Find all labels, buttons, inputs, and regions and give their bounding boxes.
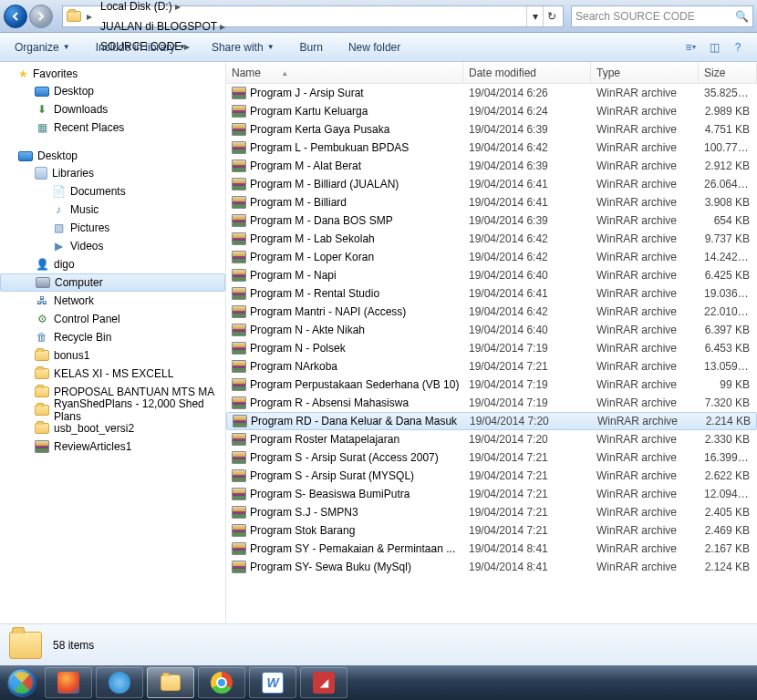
new-folder-button[interactable]: New folder: [343, 37, 406, 57]
help-button[interactable]: ?: [728, 37, 748, 57]
nav-item[interactable]: KELAS XI - MS EXCELL: [0, 365, 225, 383]
nav-item[interactable]: 🗑Recycle Bin: [0, 328, 225, 346]
column-size[interactable]: Size: [699, 62, 757, 83]
file-row[interactable]: Program M - Lab Sekolah19/04/2014 6:42Wi…: [226, 230, 757, 248]
column-date[interactable]: Date modified: [463, 62, 591, 83]
file-name: Program J - Arsip Surat: [250, 87, 364, 99]
file-row[interactable]: Program RD - Dana Keluar & Dana Masuk19/…: [226, 412, 757, 430]
share-with-button[interactable]: Share with▼: [206, 37, 280, 57]
nav-item[interactable]: RyanShedPlans - 12,000 Shed Plans: [0, 401, 225, 419]
breadcrumb-root-arrow[interactable]: ▸: [81, 6, 98, 26]
file-type: WinRAR archive: [591, 378, 699, 391]
file-row[interactable]: Program Kartu Keluarga19/04/2014 6:24Win…: [226, 102, 757, 120]
taskbar-word[interactable]: W: [249, 667, 296, 698]
nav-item[interactable]: 🖧Network: [0, 292, 225, 310]
nav-back-button[interactable]: [4, 5, 27, 28]
file-row[interactable]: Program M - Loper Koran19/04/2014 6:42Wi…: [226, 248, 757, 266]
file-row[interactable]: Program SY- Sewa Buku (MySql)19/04/2014 …: [226, 558, 757, 576]
file-row[interactable]: Program Stok Barang19/04/2014 7:21WinRAR…: [226, 521, 757, 540]
organize-button[interactable]: Organize▼: [9, 37, 76, 57]
nav-libraries[interactable]: Libraries: [0, 164, 225, 182]
preview-pane-button[interactable]: ◫: [704, 37, 724, 57]
search-input[interactable]: Search SOURCE CODE 🔍: [571, 5, 753, 27]
nav-favorites[interactable]: ★Favorites: [0, 66, 225, 82]
file-name: Program N - Akte Nikah: [250, 324, 365, 336]
main-area: ★FavoritesDesktop⬇Downloads▦Recent Place…: [0, 62, 757, 623]
file-row[interactable]: Program N - Polsek19/04/2014 7:19WinRAR …: [226, 339, 757, 357]
file-type: WinRAR archive: [591, 433, 699, 446]
rar-icon: [233, 415, 247, 427]
file-type: WinRAR archive: [591, 506, 699, 519]
file-name: Program M - Lab Sekolah: [250, 232, 375, 245]
file-row[interactable]: Program NArkoba19/04/2014 7:21WinRAR arc…: [226, 357, 757, 376]
navigation-pane[interactable]: ★FavoritesDesktop⬇Downloads▦Recent Place…: [0, 62, 226, 623]
file-row[interactable]: Program Kerta Gaya Pusaka19/04/2014 6:39…: [226, 120, 757, 139]
file-row[interactable]: Program Mantri - NAPI (Access)19/04/2014…: [226, 303, 757, 321]
file-row[interactable]: Program SY - Pemakaian & Permintaan ...1…: [226, 540, 757, 558]
file-row[interactable]: Program M - Billiard19/04/2014 6:41WinRA…: [226, 193, 757, 211]
file-list[interactable]: Name▴ Date modified Type Size Program J …: [226, 62, 757, 623]
recycle-bin-icon: 🗑: [35, 330, 49, 345]
file-date: 19/04/2014 6:42: [463, 305, 591, 318]
file-type: WinRAR archive: [591, 160, 699, 172]
taskbar-ie[interactable]: [96, 667, 143, 698]
file-row[interactable]: Program Roster Matapelajaran19/04/2014 7…: [226, 430, 757, 448]
file-size: 22.010 KB: [699, 305, 755, 318]
nav-item[interactable]: ▦Recent Places: [0, 118, 225, 137]
file-row[interactable]: Program M - Alat Berat19/04/2014 6:39Win…: [226, 157, 757, 175]
nav-item[interactable]: Desktop: [0, 82, 225, 100]
file-date: 19/04/2014 8:41: [463, 542, 591, 555]
address-refresh[interactable]: ↻: [543, 6, 559, 26]
nav-item[interactable]: Computer: [0, 273, 225, 292]
file-size: 654 KB: [699, 214, 755, 227]
file-row[interactable]: Program Perpustakaan Sederhana (VB 10)19…: [226, 376, 757, 394]
file-row[interactable]: Program M - Rental Studio19/04/2014 6:41…: [226, 284, 757, 303]
column-name[interactable]: Name▴: [226, 62, 463, 83]
taskbar-explorer[interactable]: [147, 667, 194, 698]
taskbar-app[interactable]: ◢: [300, 667, 347, 698]
file-date: 19/04/2014 7:20: [463, 433, 591, 446]
breadcrumb-segment[interactable]: JUALAN di BLOGSPOT▸: [98, 16, 231, 36]
nav-item[interactable]: ♪Music: [0, 201, 225, 219]
view-options-button[interactable]: ≡▾: [680, 37, 700, 57]
column-type[interactable]: Type: [591, 62, 699, 83]
file-row[interactable]: Program S - Arsip Surat (Access 2007)19/…: [226, 448, 757, 467]
nav-forward-button[interactable]: [29, 5, 53, 28]
file-row[interactable]: Program M - Napi19/04/2014 6:40WinRAR ar…: [226, 266, 757, 284]
nav-item[interactable]: 👤digo: [0, 255, 225, 273]
taskbar-firefox[interactable]: [45, 667, 92, 698]
nav-item[interactable]: ⬇Downloads: [0, 100, 225, 118]
start-button[interactable]: [2, 667, 42, 698]
file-name: Program SY- Sewa Buku (MySql): [250, 561, 411, 573]
file-date: 19/04/2014 7:21: [463, 469, 591, 482]
file-size: 2.124 KB: [699, 561, 755, 573]
rar-icon: [232, 561, 246, 573]
file-type: WinRAR archive: [591, 561, 699, 573]
libraries-icon: [35, 167, 47, 180]
file-row[interactable]: Program S - Arsip Surat (MYSQL)19/04/201…: [226, 467, 757, 485]
file-row[interactable]: Program J - Arsip Surat19/04/2014 6:26Wi…: [226, 84, 757, 102]
address-bar[interactable]: ▸ Computer▸Local Disk (D:)▸JUALAN di BLO…: [62, 5, 564, 27]
nav-item[interactable]: ▶Videos: [0, 237, 225, 255]
file-row[interactable]: Program N - Akte Nikah19/04/2014 6:40Win…: [226, 321, 757, 339]
nav-item[interactable]: bonus1: [0, 346, 225, 365]
nav-item[interactable]: ▧Pictures: [0, 219, 225, 237]
file-row[interactable]: Program S.J - SMPN319/04/2014 7:21WinRAR…: [226, 503, 757, 521]
file-row[interactable]: Program S- Beasiswa BumiPutra19/04/2014 …: [226, 485, 757, 503]
burn-button[interactable]: Burn: [295, 37, 328, 57]
file-row[interactable]: Program R - Absensi Mahasiswa19/04/2014 …: [226, 394, 757, 412]
file-row[interactable]: Program L - Pembukuan BPDAS19/04/2014 6:…: [226, 139, 757, 157]
nav-item[interactable]: 📄Documents: [0, 182, 225, 201]
address-dropdown[interactable]: ▾: [526, 6, 543, 26]
taskbar-chrome[interactable]: [198, 667, 245, 698]
nav-item[interactable]: ⚙Control Panel: [0, 310, 225, 328]
folder-icon: [35, 350, 49, 361]
nav-item[interactable]: ReviewArticles1: [0, 438, 225, 456]
file-size: 2.167 KB: [699, 542, 755, 555]
breadcrumb-segment[interactable]: Local Disk (D:)▸: [98, 0, 231, 16]
nav-desktop[interactable]: Desktop: [0, 148, 225, 164]
rar-icon: [232, 342, 246, 355]
include-in-library-button[interactable]: Include in library▼: [90, 37, 192, 57]
file-row[interactable]: Program M - Billiard (JUALAN)19/04/2014 …: [226, 175, 757, 193]
file-row[interactable]: Program M - Dana BOS SMP19/04/2014 6:39W…: [226, 211, 757, 230]
